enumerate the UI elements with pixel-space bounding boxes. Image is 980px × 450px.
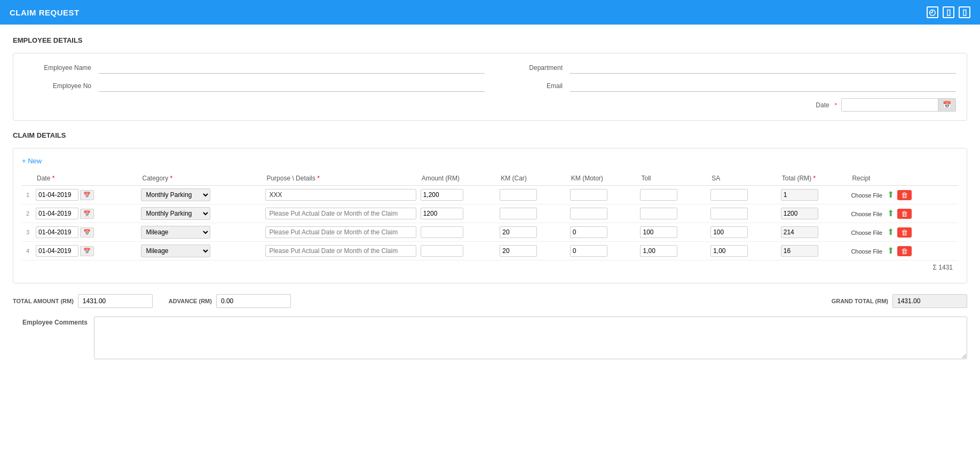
row-date-input[interactable] — [36, 189, 78, 201]
row-toll-input[interactable] — [640, 208, 677, 219]
row-sa-input[interactable] — [710, 208, 748, 219]
row-calendar-icon[interactable]: 📅 — [80, 209, 94, 219]
upload-icon[interactable]: ⬆ — [884, 246, 894, 255]
mobile-icon[interactable]: ▯ — [959, 6, 970, 18]
email-field[interactable] — [570, 80, 956, 92]
row-amount-input[interactable] — [421, 189, 463, 201]
comments-row: Employee Comments — [13, 317, 967, 359]
monitor-icon[interactable]: ◴ — [927, 6, 938, 18]
row-km-motor-input[interactable] — [570, 189, 607, 201]
col-toll: Toll — [638, 171, 708, 186]
row-sa-cell — [708, 242, 779, 260]
row-total-input — [781, 189, 818, 201]
email-label: Email — [495, 82, 570, 90]
row-category-select[interactable]: Monthly ParkingMileageOther — [141, 226, 210, 239]
row-km-car-input[interactable] — [500, 189, 537, 201]
row-amount-input[interactable] — [421, 245, 463, 257]
row-km-car-cell — [497, 242, 568, 260]
claim-details-title: CLAIM DETAILS — [13, 131, 967, 139]
row-km-motor-input[interactable] — [570, 226, 607, 238]
row-km-car-cell — [497, 186, 568, 204]
total-amount-input[interactable] — [78, 294, 153, 308]
row-toll-cell — [638, 186, 708, 204]
choose-file-button[interactable]: Choose File — [851, 248, 882, 255]
delete-row-button[interactable]: 🗑 — [897, 190, 912, 200]
tablet-icon[interactable]: ▯ — [943, 6, 954, 18]
upload-icon[interactable]: ⬆ — [884, 190, 894, 199]
date-label: Date — [816, 101, 829, 109]
row-amount-cell — [418, 223, 498, 242]
row-category-select[interactable]: Monthly ParkingMileageOther — [141, 207, 210, 220]
department-label: Department — [495, 64, 570, 72]
date-input[interactable] — [842, 99, 938, 111]
claim-details-section: CLAIM DETAILS + New Date * Category * — [13, 131, 967, 283]
row-toll-input[interactable] — [640, 245, 677, 257]
choose-file-button[interactable]: Choose File — [851, 211, 882, 217]
col-date: Date * — [34, 171, 139, 186]
row-recipt-cell: Choose File ⬆🗑 — [849, 186, 958, 204]
row-category-select[interactable]: Monthly ParkingMileageOther — [141, 188, 210, 201]
row-purpose-input[interactable] — [265, 226, 416, 238]
row-toll-input[interactable] — [640, 226, 677, 238]
row-total-input — [781, 226, 818, 238]
table-row: 2📅Monthly ParkingMileageOtherChoose File… — [22, 204, 958, 223]
row-amount-cell — [418, 204, 498, 223]
grand-total-label: GRAND TOTAL (RM) — [832, 298, 888, 304]
row-amount-cell — [418, 186, 498, 204]
row-date-input[interactable] — [36, 245, 78, 257]
row-recipt-cell: Choose File ⬆🗑 — [849, 204, 958, 223]
employee-details-title: EMPLOYEE DETAILS — [13, 36, 967, 44]
row-calendar-icon[interactable]: 📅 — [80, 227, 94, 238]
row-sa-input[interactable] — [710, 226, 748, 238]
row-sa-cell — [708, 204, 779, 223]
row-km-motor-input[interactable] — [570, 208, 607, 219]
calendar-icon[interactable]: 📅 — [938, 99, 955, 111]
row-calendar-icon[interactable]: 📅 — [80, 246, 94, 256]
row-total-cell — [779, 204, 849, 223]
row-date-input[interactable] — [36, 208, 78, 219]
row-km-car-input[interactable] — [500, 208, 537, 219]
delete-row-button[interactable]: 🗑 — [897, 209, 912, 219]
row-amount-input[interactable] — [421, 226, 463, 238]
row-km-motor-input[interactable] — [570, 245, 607, 257]
row-calendar-icon[interactable]: 📅 — [80, 190, 94, 200]
comments-textarea[interactable] — [94, 317, 967, 359]
col-purpose: Purpose \ Details * — [263, 171, 418, 186]
row-purpose-input[interactable] — [265, 189, 416, 201]
row-category-cell: Monthly ParkingMileageOther — [139, 204, 263, 223]
choose-file-button[interactable]: Choose File — [851, 230, 882, 236]
delete-row-button[interactable]: 🗑 — [897, 246, 912, 256]
row-toll-cell — [638, 204, 708, 223]
col-km-car: KM (Car) — [497, 171, 568, 186]
row-km-car-input[interactable] — [500, 226, 537, 238]
header: CLAIM REQUEST ◴ ▯ ▯ — [0, 0, 980, 25]
row-km-car-input[interactable] — [500, 245, 537, 257]
row-sa-input[interactable] — [710, 245, 748, 257]
row-toll-input[interactable] — [640, 189, 677, 201]
row-category-select[interactable]: Monthly ParkingMileageOther — [141, 244, 210, 257]
row-date-cell: 📅 — [34, 186, 139, 204]
advance-input[interactable] — [216, 294, 291, 308]
row-date-input[interactable] — [36, 226, 78, 238]
row-amount-input[interactable] — [421, 208, 463, 219]
employee-name-field[interactable] — [99, 62, 485, 74]
row-total-cell — [779, 242, 849, 260]
advance-label: ADVANCE (RM) — [169, 298, 212, 304]
row-km-motor-cell — [568, 186, 638, 204]
row-date-cell: 📅 — [34, 223, 139, 242]
upload-icon[interactable]: ⬆ — [884, 227, 894, 236]
total-amount-label: TOTAL AMOUNT (RM) — [13, 298, 74, 304]
choose-file-button[interactable]: Choose File — [851, 192, 882, 199]
col-amount: Amount (RM) — [418, 171, 498, 186]
delete-row-button[interactable]: 🗑 — [897, 227, 912, 238]
new-button[interactable]: + New — [22, 157, 42, 165]
row-purpose-input[interactable] — [265, 208, 416, 219]
employee-no-field[interactable] — [99, 80, 485, 92]
row-number: 2 — [22, 204, 34, 223]
row-purpose-input[interactable] — [265, 245, 416, 257]
upload-icon[interactable]: ⬆ — [884, 209, 894, 218]
table-row: 3📅Monthly ParkingMileageOtherChoose File… — [22, 223, 958, 242]
row-sa-input[interactable] — [710, 189, 748, 201]
department-field[interactable] — [570, 62, 956, 74]
row-total-cell — [779, 223, 849, 242]
